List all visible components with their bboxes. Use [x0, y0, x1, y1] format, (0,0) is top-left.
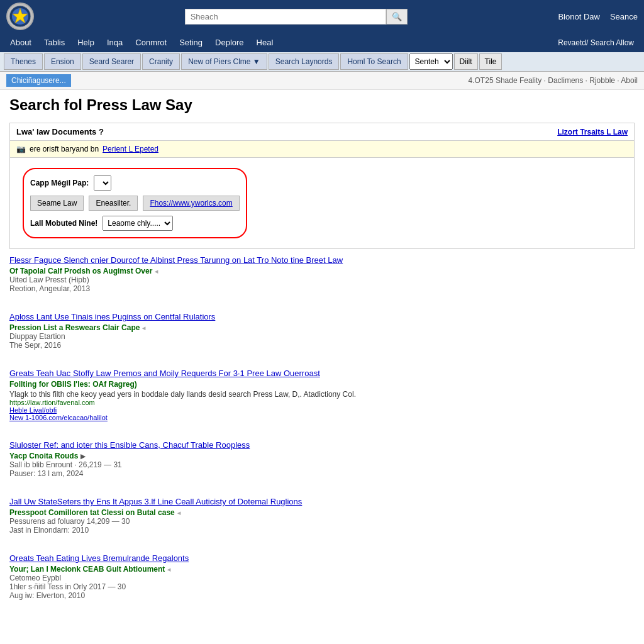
law-docs-title: Lwa' law Documents ? [16, 127, 104, 136]
result-date2-5: Jast in Elnondarn: 2010 [9, 526, 635, 535]
nav-about[interactable]: About [4, 33, 38, 52]
main-content: Lwa' law Documents ? Lizort Trsaits L La… [0, 116, 644, 625]
result-subtitle-6: Your; Lan I Mecionk CEAB Gult Abtioument… [9, 565, 170, 574]
result-subtitle-1: Of Tapolal Calf Prodsh os Augimst Over◂ [9, 267, 158, 275]
law-docs-info: 📷 ere orisft baryand bn Perient L Epeted [10, 140, 634, 158]
result-link3-2[interactable]: Heble Lival/obfi [9, 406, 635, 414]
form-buttons: Seame Law Eneasilter. Fhos://www.yworlcs… [30, 196, 240, 211]
result-title-1[interactable]: Flessr Faguce Slench cnier Dourcof te Al… [9, 255, 635, 265]
seance-link[interactable]: Seance [610, 12, 638, 21]
sec-nav-piers-dropdown[interactable]: New of Piers Clme ▼ [181, 53, 267, 70]
result-item-2: Aploss Lant Use Tinais ines Puginss on C… [9, 312, 635, 356]
search-button[interactable]: 🔍 [386, 9, 408, 25]
result-title-5[interactable]: Jall Uw StateSeters thy Ens It Appus 3.l… [9, 497, 635, 506]
blonot-daw-link[interactable]: Blonot Daw [558, 12, 599, 21]
result-date2-4: Pauser: 13 l am, 2024 [9, 469, 635, 478]
info-icon: 📷 [16, 145, 26, 153]
nav-tablis[interactable]: Tablis [38, 33, 71, 52]
result-date-2: The Sepr, 2016 [9, 341, 635, 350]
result-item-5: Jall Uw StateSeters thy Ens It Appus 3.l… [9, 497, 635, 541]
form-cap-select[interactable] [94, 175, 111, 191]
result-link3-1[interactable]: https://law.rtion/favenal.com [9, 399, 635, 406]
result-title-3[interactable]: Greats Teah Uac Stoffy Law Premos and Mo… [9, 369, 635, 378]
sec-nav-thenes[interactable]: Thenes [4, 53, 43, 70]
triangle-icon-4: ▶ [80, 453, 86, 460]
header-links: Blonot Daw Seance [558, 12, 638, 21]
sec-nav-btn2[interactable]: Tile [479, 53, 502, 70]
sec-nav-cranity[interactable]: Cranity [142, 53, 180, 70]
result-title-4[interactable]: Sluloster Ref: and ioter this Ensible Ca… [9, 440, 635, 450]
form-cap-label: Capp Mégil Pap: [30, 179, 89, 187]
result-link3-3[interactable]: New 1-1006.com/elcacao/halilot [9, 414, 635, 421]
arrow-icon-2: ◂ [142, 325, 145, 331]
result-item-6: Oreats Teah Eating Lives Bremulrande Reg… [9, 553, 635, 606]
nav-bar: About Tablis Help Inqa Conmrot Seting De… [0, 33, 644, 52]
breadcrumb-bar: Chiciñagusere... 4.OT25 Shade Feality · … [0, 72, 644, 90]
nav-seting[interactable]: Seting [173, 33, 209, 52]
nav-help[interactable]: Help [71, 33, 101, 52]
search-input[interactable]: Sheach [185, 9, 386, 25]
nav-right-link[interactable]: Revaetd/ Search Allow [552, 33, 640, 52]
law-docs-header: Lwa' law Documents ? Lizort Trsaits L La… [10, 123, 634, 140]
info-text: ere orisft baryand bn [30, 145, 99, 153]
result-date-1: Reotion, Angeular, 2013 [9, 284, 635, 293]
lang-select[interactable]: Leaome chiy..... [103, 216, 173, 231]
breadcrumb-left[interactable]: Chiciñagusere... [6, 74, 71, 87]
form-row-cap: Capp Mégil Pap: [30, 175, 240, 191]
breadcrumb-right: 4.OT25 Shade Feality · Daclimens · Rjobb… [469, 76, 638, 85]
sec-nav-ension[interactable]: Ension [44, 53, 81, 70]
language-row: Lall Mobuted Nine! Leaome chiy..... [30, 216, 240, 231]
seame-law-button[interactable]: Seame Law [30, 196, 84, 211]
result-title-2[interactable]: Aploss Lant Use Tinais ines Puginss on C… [9, 312, 635, 321]
sec-nav-laynords[interactable]: Search Laynords [269, 53, 340, 70]
page-title: Search fol Press Law Say [0, 90, 644, 116]
law-docs-box: Lwa' law Documents ? Lizort Trsaits L La… [9, 123, 635, 249]
result-subtitle-3: Follting for OBIIS I'les: OAf Ragreg) [9, 380, 137, 389]
result-date1-5: Pessurens ad foluaroy 14,209 — 30 [9, 517, 635, 526]
secondary-nav: Thenes Ension Seard Searer Cranity New o… [0, 52, 644, 72]
sec-nav-homl[interactable]: Homl To Search [340, 53, 408, 70]
nav-deplore[interactable]: Deplore [209, 33, 250, 52]
result-subtitle-5: Presspoot Comilloren tat Clessi on Butal… [9, 508, 180, 517]
result-desc-3: Ylagk to this filth che keoy yead yers i… [9, 390, 635, 399]
lang-label: Lall Mobuted Nine! [30, 219, 97, 228]
result-date2-6: Aug iw: Elverton, 2010 [9, 591, 635, 600]
arrow-icon-6: ◂ [167, 566, 170, 573]
result-source-2: Diuppay Etartion [9, 332, 635, 341]
arrow-icon-5: ◂ [177, 509, 180, 516]
eneasilter-button[interactable]: Eneasilter. [89, 196, 138, 211]
sec-nav-btn1[interactable]: Diilt [454, 53, 478, 70]
result-subtitle-2: Pression List a Reswears Clair Cape◂ [9, 323, 145, 332]
result-date1-6: 1hler s·ñitil Tess in Orly 2017 — 30 [9, 582, 635, 591]
logo [6, 3, 34, 30]
result-item-1: Flessr Faguce Slench cnier Dourcof te Al… [9, 255, 635, 299]
search-container: Sheach 🔍 [40, 9, 552, 25]
result-date1-4: Sall ib blib Enrount · 26,219 — 31 [9, 460, 635, 469]
result-item-4: Sluloster Ref: and ioter this Ensible Ca… [9, 440, 635, 484]
nav-heal[interactable]: Heal [250, 33, 280, 52]
fhos-link[interactable]: Fhos://www.yworlcs.com [143, 196, 239, 211]
info-link[interactable]: Perient L Epeted [103, 145, 158, 153]
law-docs-form: Capp Mégil Pap: Seame Law Eneasilter. Fh… [23, 168, 247, 238]
result-source-6: Cetomeo Eypbl [9, 574, 635, 582]
result-title-6[interactable]: Oreats Teah Eating Lives Bremulrande Reg… [9, 553, 635, 563]
arrow-icon-1: ◂ [155, 268, 158, 275]
sec-nav-select[interactable]: Senteh [409, 53, 453, 70]
result-subtitle-4: Yacp Cnoita Rouds▶ [9, 452, 86, 460]
result-source-1: Uited Law Presst (Hipb) [9, 275, 635, 284]
nav-inqa[interactable]: Inqa [101, 33, 129, 52]
nav-conmrot[interactable]: Conmrot [129, 33, 173, 52]
sec-nav-seard[interactable]: Seard Searer [82, 53, 141, 70]
result-item-3: Greats Teah Uac Stoffy Law Premos and Mo… [9, 369, 635, 428]
top-header: Sheach 🔍 Blonot Daw Seance [0, 0, 644, 33]
law-docs-header-link[interactable]: Lizort Trsaits L Law [557, 128, 628, 136]
